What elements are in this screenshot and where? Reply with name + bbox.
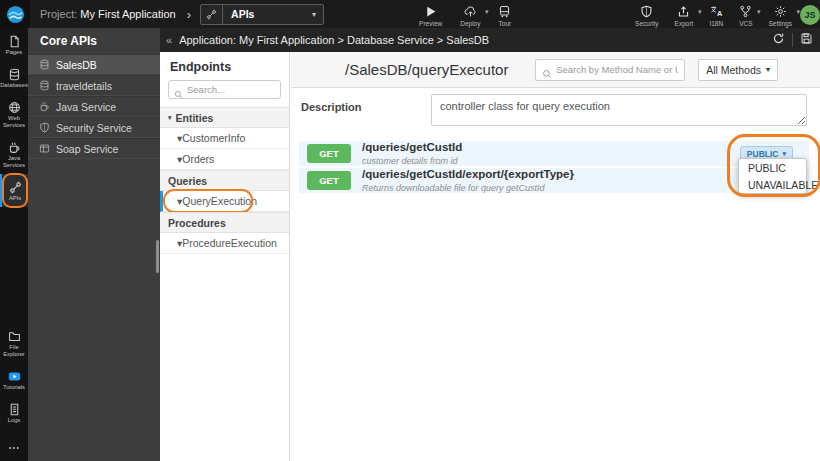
- rail-nav-item[interactable]: Tutorials: [0, 363, 28, 396]
- endpoint-tree-row[interactable]: ▾ Procedures: [160, 212, 289, 233]
- rail-nav-item[interactable]: Java Services: [0, 134, 28, 174]
- refresh-button[interactable]: [765, 28, 792, 52]
- refresh-icon: [772, 31, 785, 49]
- breadcrumb-bar: « Application: My First Application > Da…: [160, 28, 820, 52]
- main-content: /SalesDB/queryExecutor All Methods ▾ Des…: [291, 52, 820, 461]
- topbar-action-button[interactable]: ▾ Settings: [769, 2, 793, 27]
- endpoint-method-rows: GET /queries/getCustId customer details …: [299, 141, 809, 195]
- endpoint-method-row[interactable]: GET /queries/getCustId/export/{exportTyp…: [299, 168, 809, 193]
- topbar-action-button[interactable]: ▾ Tour: [498, 2, 511, 27]
- endpoint-tree-row[interactable]: ▾ Queries: [160, 170, 289, 191]
- http-method-badge: GET: [307, 171, 351, 190]
- endpoint-method-row[interactable]: GET /queries/getCustId customer details …: [299, 141, 809, 166]
- endpoints-list: ▾ Entities ▾ CustomerInfo ▾ Orders ▾ Que…: [160, 107, 289, 254]
- topbar-action-button[interactable]: ▾ Export: [675, 2, 694, 27]
- save-button[interactable]: [793, 28, 820, 52]
- caret-down-icon: ▾: [757, 8, 761, 16]
- export-icon: [677, 5, 690, 18]
- more-options-icon[interactable]: [0, 429, 28, 461]
- endpoints-search[interactable]: [168, 80, 281, 99]
- main-header: /SalesDB/queryExecutor All Methods ▾: [291, 52, 820, 88]
- caret-down-icon: ▾: [782, 150, 786, 158]
- folder-icon: [8, 329, 21, 342]
- save-icon: [800, 31, 813, 49]
- app-logo[interactable]: [0, 0, 30, 28]
- topbar-actions: ▾ Preview ▾ Deploy ▾ Tour: [419, 2, 511, 27]
- wavemaker-logo-icon: [6, 5, 25, 24]
- endpoint-details: Description controller class for query e…: [291, 88, 820, 461]
- topbar-action-button[interactable]: ▾ Security: [635, 2, 658, 27]
- breadcrumb-actions: [765, 28, 820, 52]
- caret-down-icon: ▾: [796, 8, 800, 16]
- rail-top-group: Pages Databases Web Services Java Servic…: [0, 28, 28, 207]
- endpoints-panel: Endpoints ▾ Entities ▾ CustomerInfo ▾ Or…: [160, 52, 290, 461]
- method-search[interactable]: [535, 59, 685, 81]
- endpoint-tree-row[interactable]: ▾ Orders: [160, 149, 289, 170]
- deploy-icon: [464, 5, 477, 18]
- apis-icon: [9, 180, 22, 193]
- left-nav-rail: Pages Databases Web Services Java Servic…: [0, 28, 28, 461]
- collapse-panel-icon[interactable]: «: [160, 34, 179, 46]
- description-label: Description: [301, 101, 362, 113]
- database-icon: [39, 59, 50, 70]
- tutorials-play-icon: [8, 369, 21, 382]
- play-icon: [424, 5, 437, 18]
- logs-icon: [8, 402, 21, 415]
- rail-nav-item[interactable]: APIs: [0, 174, 28, 207]
- methods-filter-dropdown[interactable]: All Methods ▾: [698, 59, 778, 81]
- endpoint-tree-row[interactable]: ▾ ProcedureExecution: [160, 233, 289, 254]
- caret-down-icon: ▾: [766, 65, 770, 74]
- endpoint-description: Returns downloadable file for query getC…: [362, 183, 545, 193]
- topbar-action-button[interactable]: ▾ VCS: [739, 2, 752, 27]
- soap-icon: [39, 143, 50, 154]
- topbar-action-button[interactable]: ▾ Preview: [419, 2, 442, 27]
- visibility-dropdown-option[interactable]: PUBLIC: [739, 159, 806, 176]
- top-bar: Project: My First Application › APIs ▾ ▾…: [0, 0, 820, 28]
- endpoints-title: Endpoints: [160, 52, 289, 80]
- rail-nav-item[interactable]: Logs: [0, 396, 28, 429]
- user-avatar[interactable]: JS: [800, 5, 820, 25]
- endpoint-tree-row[interactable]: ▾ Entities: [160, 107, 289, 128]
- database-icon: [39, 80, 50, 91]
- caret-down-icon: ▾: [168, 114, 172, 122]
- workspace-dropdown[interactable]: APIs ▾: [200, 4, 324, 25]
- service-list-item[interactable]: Security Service: [28, 117, 160, 138]
- project-name: My First Application: [80, 8, 175, 20]
- apis-icon: [201, 5, 223, 24]
- service-list-item[interactable]: traveldetails: [28, 75, 160, 96]
- endpoint-tree-row[interactable]: ▾ CustomerInfo: [160, 128, 289, 149]
- security-shield-icon: [39, 122, 50, 133]
- rail-nav-item[interactable]: Databases: [0, 61, 28, 94]
- visibility-dropdown-option[interactable]: UNAVAILABLE: [739, 176, 806, 193]
- chevron-down-icon: ▾: [312, 10, 323, 19]
- scrollbar-thumb[interactable]: [156, 240, 159, 273]
- i18n-icon: A: [710, 5, 723, 18]
- endpoint-tree-row[interactable]: ▾ QueryExecution: [160, 191, 289, 212]
- service-list-item[interactable]: Soap Service: [28, 138, 160, 159]
- globe-icon: [8, 100, 21, 113]
- endpoint-description: customer details from id: [362, 156, 458, 166]
- page-title: /SalesDB/queryExecutor: [345, 61, 508, 78]
- wavemaker-ide: Project: My First Application › APIs ▾ ▾…: [0, 0, 820, 461]
- rail-bottom-group: File Explorer Tutorials Logs: [0, 323, 28, 429]
- service-list-item[interactable]: Java Service: [28, 96, 160, 117]
- rail-nav-item[interactable]: Pages: [0, 28, 28, 61]
- coffee-icon: [8, 140, 21, 153]
- method-search-input[interactable]: [556, 64, 678, 75]
- topbar-action-button[interactable]: ▾ Deploy: [460, 2, 480, 27]
- endpoint-path: /queries/getCustId: [362, 141, 462, 153]
- topbar-right-actions: ▾ Security ▾ Export A ▾ I18N ▾ VCS ▾: [635, 2, 792, 27]
- endpoints-search-input[interactable]: [187, 84, 277, 95]
- description-textarea[interactable]: controller class for query execution: [431, 94, 807, 126]
- topbar-action-button[interactable]: A ▾ I18N: [709, 2, 723, 27]
- visibility-dropdown-menu: PUBLIC UNAVAILABLE: [738, 158, 807, 194]
- core-apis-panel: Core APIs SalesDB traveldetails Java Ser…: [28, 28, 160, 461]
- security-shield-icon: [640, 5, 653, 18]
- rail-nav-item[interactable]: Web Services: [0, 94, 28, 134]
- http-method-badge: GET: [307, 144, 351, 163]
- service-list-item[interactable]: SalesDB: [28, 54, 160, 75]
- rail-nav-item[interactable]: File Explorer: [0, 323, 28, 363]
- gear-icon: [774, 5, 787, 18]
- coffee-icon: [39, 101, 50, 112]
- svg-text:A: A: [717, 9, 723, 18]
